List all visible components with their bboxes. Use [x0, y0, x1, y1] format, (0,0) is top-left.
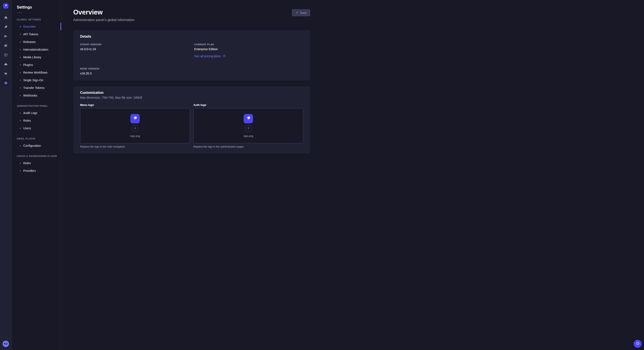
- sidebar-item-label: Overview: [23, 25, 36, 28]
- save-button[interactable]: Save: [292, 9, 310, 16]
- menu-logo-upload-zone: logo.png: [80, 108, 190, 143]
- sidebar-item-api-tokens[interactable]: API Tokens: [17, 30, 58, 38]
- rail-item-home[interactable]: [3, 14, 9, 20]
- menu-logo-filename: logo.png: [130, 135, 140, 138]
- pricing-plans-link[interactable]: See all pricing plans: [194, 54, 226, 58]
- rail-item-releases[interactable]: [3, 33, 9, 39]
- sidebar-item-roles[interactable]: Roles: [17, 159, 58, 167]
- settings-sidebar-sections: GLOBAL SETTINGSOverviewAPI TokensRelease…: [17, 18, 58, 175]
- rail-item-content-type-builder[interactable]: [3, 52, 9, 58]
- strapi-logo-button[interactable]: [3, 3, 8, 8]
- auth-logo-preview: [244, 114, 253, 123]
- save-button-label: Save: [300, 11, 306, 14]
- cloud-icon: [4, 62, 8, 66]
- bullet-icon: [20, 34, 21, 35]
- sidebar-section-label-global-settings: GLOBAL SETTINGS: [17, 18, 58, 21]
- strapi-version-value: v5.0.0-rc.19: [80, 47, 189, 51]
- strapi-logo-icon: [245, 115, 252, 122]
- node-version-field: NODE VERSION v18.20.3: [80, 67, 189, 75]
- details-grid: STRAPI VERSION v5.0.0-rc.19 CURRENT PLAN…: [80, 43, 303, 75]
- page-header: Overview Administration panel’s global i…: [73, 8, 310, 22]
- bullet-icon: [20, 49, 21, 50]
- bullet-icon: [20, 87, 21, 88]
- sidebar-item-label: Webhooks: [23, 94, 37, 97]
- strapi-version-label: STRAPI VERSION: [80, 43, 189, 46]
- page-header-text: Overview Administration panel’s global i…: [73, 8, 134, 22]
- menu-logo-add-button[interactable]: [132, 125, 138, 132]
- details-grid-spacer: [194, 67, 303, 75]
- rail-item-settings[interactable]: [3, 80, 9, 86]
- sidebar-item-overview[interactable]: Overview: [17, 23, 58, 30]
- bullet-icon: [20, 26, 21, 27]
- sidebar-section-label-email-plugin: EMAIL PLUGIN: [17, 137, 58, 140]
- external-link-icon: [223, 54, 226, 58]
- bullet-icon: [20, 128, 21, 129]
- current-plan-value: Enterprise Edition: [194, 47, 303, 51]
- sidebar-item-single-sign-on[interactable]: Single Sign-On: [17, 76, 58, 84]
- auth-logo-hint: Replace the logo in the authentication p…: [193, 145, 303, 148]
- bullet-icon: [20, 72, 21, 73]
- sidebar-item-label: Single Sign-On: [23, 78, 43, 82]
- customization-card: Customization Max dimension: 750×750, Ma…: [73, 86, 310, 154]
- sidebar-item-label: Plugins: [23, 63, 33, 67]
- sidebar-item-review-workflows[interactable]: Review Workflows: [17, 69, 58, 76]
- details-card-title: Details: [80, 35, 303, 38]
- sidebar-item-webhooks[interactable]: Webhooks: [17, 92, 58, 99]
- feather-icon: [4, 25, 8, 29]
- strapi-version-field: STRAPI VERSION v5.0.0-rc.19: [80, 43, 189, 58]
- paper-plane-icon: [4, 34, 8, 38]
- sidebar-item-media-library[interactable]: Media Library: [17, 53, 58, 61]
- rail-nav: [3, 14, 9, 86]
- sidebar-item-label: Review Workflows: [23, 71, 48, 74]
- bullet-icon: [20, 80, 21, 81]
- auth-logo-label: Auth logo: [193, 103, 303, 107]
- sidebar-item-roles[interactable]: Roles: [17, 117, 58, 124]
- sidebar-item-configuration[interactable]: Configuration: [17, 142, 58, 150]
- strapi-logo-icon: [4, 4, 8, 8]
- sidebar-item-providers[interactable]: Providers: [17, 167, 58, 175]
- settings-sidebar: Settings GLOBAL SETTINGSOverviewAPI Toke…: [12, 0, 61, 175]
- sidebar-item-audit-logs[interactable]: Audit Logs: [17, 109, 58, 117]
- sidebar-item-plugins[interactable]: Plugins: [17, 61, 58, 69]
- sidebar-item-label: Users: [23, 127, 31, 130]
- menu-logo-label: Menu logo: [80, 103, 190, 107]
- pricing-plans-link-label: See all pricing plans: [194, 54, 221, 58]
- sidebar-item-label: Internationalization: [23, 48, 48, 51]
- settings-sidebar-title: Settings: [17, 5, 58, 9]
- rail-item-marketplace[interactable]: [3, 71, 9, 77]
- bullet-icon: [20, 41, 21, 42]
- rail-item-media-library[interactable]: [3, 42, 9, 48]
- customization-card-subtitle: Max dimension: 750×750, Max file size: 1…: [80, 96, 303, 99]
- customization-card-title: Customization: [80, 91, 303, 95]
- sidebar-item-label: Releases: [23, 40, 36, 44]
- cart-icon: [4, 72, 8, 75]
- logo-grid: Menu logo logo.png Replace the logo in: [80, 103, 303, 148]
- bullet-icon: [20, 163, 21, 164]
- bullet-icon: [20, 95, 21, 96]
- sidebar-title-divider: [17, 12, 22, 13]
- current-plan-field: CURRENT PLAN Enterprise Edition See all …: [194, 43, 303, 58]
- plus-icon: [134, 127, 136, 130]
- sidebar-item-label: Media Library: [23, 55, 41, 59]
- sidebar-item-label: Roles: [23, 119, 31, 122]
- bullet-icon: [20, 145, 21, 146]
- sidebar-item-label: Providers: [23, 169, 36, 173]
- rail-item-cloud[interactable]: [3, 61, 9, 67]
- sidebar-item-users[interactable]: Users: [17, 124, 58, 132]
- rail-item-content[interactable]: [3, 24, 9, 30]
- gear-icon: [4, 81, 8, 85]
- layout-icon: [4, 53, 8, 57]
- auth-logo-add-button[interactable]: [245, 125, 252, 132]
- node-version-value: v18.20.3: [80, 72, 189, 75]
- sidebar-item-internationalization[interactable]: Internationalization: [17, 46, 58, 53]
- node-version-label: NODE VERSION: [80, 67, 189, 70]
- sidebar-section-label-users-permissions-plugin: USERS & PERMISSIONS PLUGIN: [17, 155, 58, 157]
- sidebar-item-transfer-tokens[interactable]: Transfer Tokens: [17, 84, 58, 92]
- sidebar-section-list: OverviewAPI TokensReleasesInternationali…: [17, 23, 58, 99]
- plus-icon: [247, 127, 250, 130]
- sidebar-item-releases[interactable]: Releases: [17, 38, 58, 46]
- sidebar-section-list: Configuration: [17, 142, 58, 150]
- bullet-icon: [20, 170, 21, 172]
- sidebar-section-list: Audit LogsRolesUsers: [17, 109, 58, 132]
- sidebar-item-label: Roles: [23, 161, 31, 165]
